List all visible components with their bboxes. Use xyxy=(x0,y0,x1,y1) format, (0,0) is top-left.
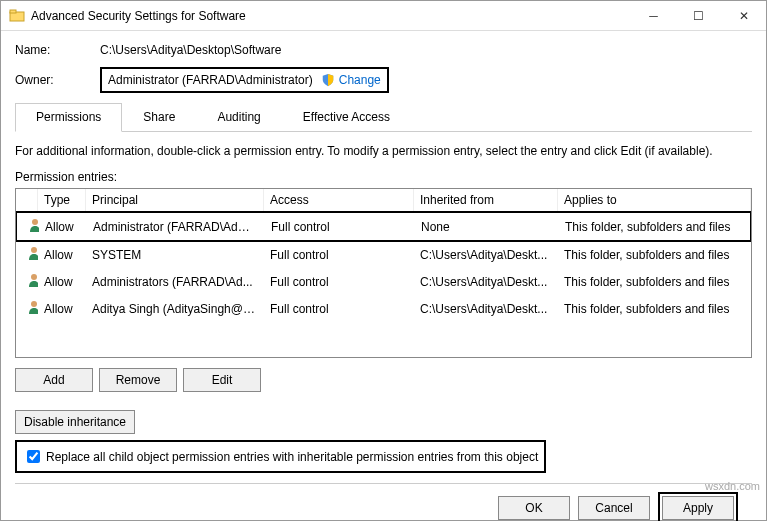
tab-share[interactable]: Share xyxy=(122,103,196,131)
cell-inherited: C:\Users\Aditya\Deskt... xyxy=(414,246,558,264)
cell-access: Full control xyxy=(264,300,414,318)
cell-access: Full control xyxy=(264,246,414,264)
owner-box: Administrator (FARRAD\Administrator) Cha… xyxy=(100,67,389,93)
close-button[interactable]: ✕ xyxy=(721,1,766,30)
col-type[interactable]: Type xyxy=(38,189,86,211)
replace-checkbox-row[interactable]: Replace all child object permission entr… xyxy=(15,440,546,473)
user-icon xyxy=(27,217,39,233)
table-header: Type Principal Access Inherited from App… xyxy=(16,189,751,212)
user-icon xyxy=(26,245,38,261)
remove-button[interactable]: Remove xyxy=(99,368,177,392)
tab-permissions[interactable]: Permissions xyxy=(15,103,122,132)
col-applies[interactable]: Applies to xyxy=(558,189,751,211)
user-icon xyxy=(26,272,38,288)
replace-checkbox-label: Replace all child object permission entr… xyxy=(46,450,538,464)
table-body: AllowAdministrator (FARRAD\Admi...Full c… xyxy=(16,211,751,322)
title-bar: Advanced Security Settings for Software … xyxy=(1,1,766,31)
cell-inherited: None xyxy=(415,218,559,236)
owner-label: Owner: xyxy=(15,73,100,87)
tab-effective-access[interactable]: Effective Access xyxy=(282,103,411,131)
tab-bar: Permissions Share Auditing Effective Acc… xyxy=(15,103,752,132)
col-inherited[interactable]: Inherited from xyxy=(414,189,558,211)
name-label: Name: xyxy=(15,43,100,57)
cell-type: Allow xyxy=(38,273,86,291)
permission-table: Type Principal Access Inherited from App… xyxy=(15,188,752,358)
cell-inherited: C:\Users\Aditya\Deskt... xyxy=(414,300,558,318)
svg-point-4 xyxy=(31,274,37,280)
edit-button[interactable]: Edit xyxy=(183,368,261,392)
cell-type: Allow xyxy=(38,300,86,318)
cell-principal: Administrator (FARRAD\Admi... xyxy=(87,218,265,236)
apply-button[interactable]: Apply xyxy=(662,496,734,520)
col-principal[interactable]: Principal xyxy=(86,189,264,211)
replace-checkbox[interactable] xyxy=(27,450,40,463)
table-row[interactable]: AllowAdministrators (FARRAD\Ad...Full co… xyxy=(16,268,751,295)
user-icon xyxy=(26,299,38,315)
maximize-button[interactable]: ☐ xyxy=(676,1,721,30)
cell-applies: This folder, subfolders and files xyxy=(558,273,751,291)
entries-label: Permission entries: xyxy=(15,170,752,184)
apply-highlight: Apply xyxy=(658,492,738,521)
add-button[interactable]: Add xyxy=(15,368,93,392)
ok-button[interactable]: OK xyxy=(498,496,570,520)
cancel-button[interactable]: Cancel xyxy=(578,496,650,520)
table-row[interactable]: AllowAdministrator (FARRAD\Admi...Full c… xyxy=(15,211,752,242)
cell-access: Full control xyxy=(265,218,415,236)
footer-buttons: OK Cancel Apply xyxy=(15,492,752,521)
cell-applies: This folder, subfolders and files xyxy=(559,218,750,236)
svg-point-5 xyxy=(31,301,37,307)
owner-value: Administrator (FARRAD\Administrator) xyxy=(108,73,313,87)
cell-inherited: C:\Users\Aditya\Deskt... xyxy=(414,273,558,291)
svg-point-2 xyxy=(32,219,38,225)
cell-principal: Administrators (FARRAD\Ad... xyxy=(86,273,264,291)
col-icon[interactable] xyxy=(16,189,38,211)
cell-access: Full control xyxy=(264,273,414,291)
shield-icon xyxy=(321,73,335,87)
cell-type: Allow xyxy=(39,218,87,236)
col-access[interactable]: Access xyxy=(264,189,414,211)
cell-principal: Aditya Singh (AdityaSingh@o... xyxy=(86,300,264,318)
svg-point-3 xyxy=(31,247,37,253)
minimize-button[interactable]: ─ xyxy=(631,1,676,30)
dialog-window: Advanced Security Settings for Software … xyxy=(0,0,767,521)
cell-type: Allow xyxy=(38,246,86,264)
info-text: For additional information, double-click… xyxy=(15,144,752,158)
svg-rect-1 xyxy=(10,10,16,13)
window-title: Advanced Security Settings for Software xyxy=(31,9,631,23)
content-area: Name: C:\Users\Aditya\Desktop\Software O… xyxy=(1,31,766,521)
watermark: wsxdn.com xyxy=(705,480,760,492)
cell-principal: SYSTEM xyxy=(86,246,264,264)
table-row[interactable]: AllowSYSTEMFull controlC:\Users\Aditya\D… xyxy=(16,241,751,268)
cell-applies: This folder, subfolders and files xyxy=(558,300,751,318)
name-value: C:\Users\Aditya\Desktop\Software xyxy=(100,43,281,57)
change-link[interactable]: Change xyxy=(339,73,381,87)
table-row[interactable]: AllowAditya Singh (AdityaSingh@o...Full … xyxy=(16,295,751,322)
cell-applies: This folder, subfolders and files xyxy=(558,246,751,264)
disable-inheritance-button[interactable]: Disable inheritance xyxy=(15,410,135,434)
folder-icon xyxy=(9,8,25,24)
divider xyxy=(15,483,752,484)
tab-auditing[interactable]: Auditing xyxy=(196,103,281,131)
